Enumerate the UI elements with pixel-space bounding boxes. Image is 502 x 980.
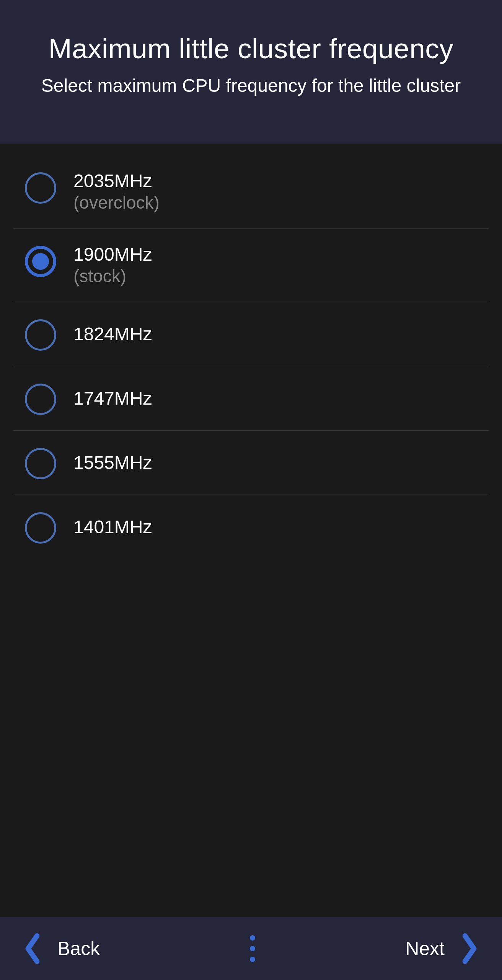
back-label: Back	[57, 938, 100, 960]
option-label: 1900MHz	[73, 244, 152, 265]
chevron-left-icon	[23, 931, 42, 966]
option-label: 2035MHz	[73, 170, 160, 191]
option-sublabel: (stock)	[73, 266, 152, 286]
radio-button[interactable]	[25, 172, 56, 204]
frequency-option[interactable]: 1824MHz	[13, 302, 489, 366]
option-label: 1555MHz	[73, 452, 152, 473]
frequency-option[interactable]: 2035MHz(overclock)	[13, 155, 489, 229]
option-sublabel: (overclock)	[73, 192, 160, 213]
back-button[interactable]: Back	[23, 931, 100, 966]
radio-button[interactable]	[25, 512, 56, 544]
radio-button[interactable]	[25, 448, 56, 479]
frequency-option[interactable]: 1747MHz	[13, 366, 489, 431]
next-button[interactable]: Next	[405, 931, 479, 966]
menu-button[interactable]	[242, 928, 263, 970]
page-title: Maximum little cluster frequency	[15, 33, 487, 64]
options-list: 2035MHz(overclock)1900MHz(stock)1824MHz1…	[0, 144, 502, 917]
option-label: 1747MHz	[73, 388, 152, 409]
dots-vertical-icon	[250, 935, 255, 941]
option-label: 1824MHz	[73, 323, 152, 345]
radio-button[interactable]	[25, 246, 56, 277]
radio-button[interactable]	[25, 384, 56, 415]
option-label: 1401MHz	[73, 516, 152, 537]
frequency-option[interactable]: 1555MHz	[13, 431, 489, 495]
page-subtitle: Select maximum CPU frequency for the lit…	[15, 74, 487, 98]
next-label: Next	[405, 938, 445, 960]
radio-button[interactable]	[25, 319, 56, 351]
frequency-option[interactable]: 1401MHz	[13, 495, 489, 559]
footer-bar: Back Next	[0, 917, 502, 980]
chevron-right-icon	[460, 931, 479, 966]
header: Maximum little cluster frequency Select …	[0, 0, 502, 144]
frequency-option[interactable]: 1900MHz(stock)	[13, 229, 489, 302]
